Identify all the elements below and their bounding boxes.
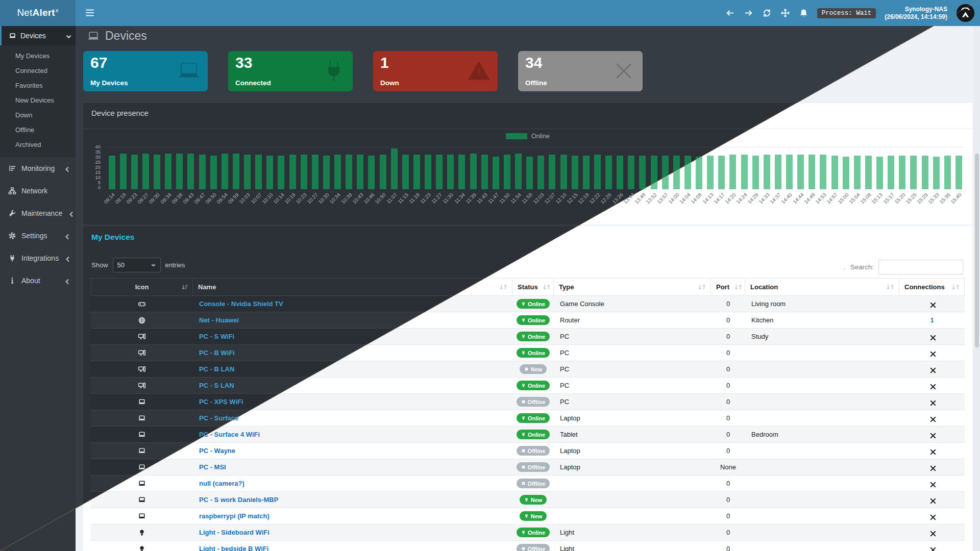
stat-card-down[interactable]: 1Down <box>373 51 498 91</box>
presence-bar[interactable] <box>752 156 759 189</box>
delete-connection-icon[interactable] <box>929 546 935 551</box>
presence-bar[interactable] <box>808 155 815 189</box>
presence-bar[interactable] <box>301 155 307 189</box>
presence-bar[interactable] <box>470 154 477 189</box>
app-logo[interactable]: NetAlertx <box>0 0 76 26</box>
presence-bar[interactable] <box>820 155 826 189</box>
presence-bar[interactable] <box>572 156 578 189</box>
presence-bar[interactable] <box>413 155 420 189</box>
sidebar-item-down[interactable]: Down <box>0 108 76 122</box>
column-header-connections[interactable]: Connections↓↑ <box>899 279 965 295</box>
sort-amount-icon[interactable] <box>181 284 188 291</box>
presence-bar[interactable] <box>109 156 115 189</box>
sidebar-item-settings[interactable]: Settings <box>0 224 76 247</box>
status-badge[interactable]: New <box>520 364 547 374</box>
delete-connection-icon[interactable] <box>929 350 935 356</box>
page-size-select[interactable]: 50 <box>113 258 161 272</box>
presence-bar[interactable] <box>797 155 804 189</box>
presence-bar[interactable] <box>741 155 748 189</box>
delete-connection-icon[interactable] <box>929 448 935 454</box>
presence-bar[interactable] <box>639 156 646 189</box>
status-badge[interactable]: Online <box>517 413 550 423</box>
stat-card-connected[interactable]: 33Connected <box>228 51 353 91</box>
status-badge[interactable]: New <box>520 495 547 505</box>
device-name-link[interactable]: PC - Surface 4 WiFi <box>199 431 260 438</box>
presence-bar[interactable] <box>944 156 951 189</box>
column-header-status[interactable]: Status↓↑ <box>512 279 554 295</box>
sort-arrows-icon[interactable]: ↓↑ <box>495 284 507 291</box>
forward-arrow-icon[interactable] <box>744 8 753 18</box>
presence-bar[interactable] <box>775 155 781 189</box>
sort-arrows-icon[interactable]: ↓↑ <box>881 284 894 291</box>
presence-bar[interactable] <box>888 156 894 189</box>
presence-bar[interactable] <box>165 154 172 189</box>
presence-bar[interactable] <box>854 156 861 189</box>
status-badge[interactable]: Online <box>517 430 550 439</box>
presence-bar[interactable] <box>662 156 669 189</box>
column-header-port[interactable]: Port↓↑ <box>711 279 745 295</box>
presence-bar[interactable] <box>154 155 160 189</box>
sidebar-item-maintenance[interactable]: Maintenance <box>0 202 76 224</box>
presence-bar[interactable] <box>549 155 555 189</box>
presence-bar[interactable] <box>312 155 318 189</box>
sort-arrows-icon[interactable]: ↓↑ <box>693 284 705 291</box>
presence-bar[interactable] <box>786 155 793 189</box>
presence-bar[interactable] <box>617 156 623 189</box>
presence-bar[interactable] <box>504 155 510 189</box>
presence-bar[interactable] <box>357 155 363 189</box>
presence-bar[interactable] <box>447 155 454 189</box>
presence-bar[interactable] <box>210 156 217 189</box>
device-name-link[interactable]: Console - Nvidia Shield TV <box>199 300 283 308</box>
sort-arrows-icon[interactable]: ↓↑ <box>947 284 959 291</box>
presence-bar[interactable] <box>436 155 443 189</box>
sidebar-item-devices[interactable]: Devices <box>0 26 76 45</box>
presence-bar[interactable] <box>425 155 431 189</box>
status-badge[interactable]: Online <box>517 332 550 341</box>
presence-bar[interactable] <box>380 155 386 189</box>
presence-bar[interactable] <box>696 157 702 189</box>
device-name-link[interactable]: raspberrypi (IP match) <box>199 512 270 520</box>
presence-bar[interactable] <box>266 156 273 189</box>
sidebar-item-archived[interactable]: Archived <box>0 137 76 152</box>
delete-connection-icon[interactable] <box>929 432 935 438</box>
device-name-link[interactable]: PC - B LAN <box>199 365 234 373</box>
presence-bar[interactable] <box>560 155 567 189</box>
status-badge[interactable]: Online <box>517 348 550 358</box>
sidebar-item-monitoring[interactable]: Monitoring <box>0 157 76 180</box>
presence-bar[interactable] <box>515 154 522 189</box>
presence-bar[interactable] <box>594 155 601 189</box>
column-header-location[interactable]: Location↓↑ <box>745 279 899 295</box>
status-badge[interactable]: Offline <box>517 446 550 456</box>
status-badge[interactable]: Online <box>517 299 550 309</box>
stat-card-offline[interactable]: 34Offline <box>518 51 643 91</box>
presence-bar[interactable] <box>537 156 544 189</box>
presence-bar[interactable] <box>764 155 770 189</box>
search-input[interactable] <box>878 260 963 274</box>
vertical-scrollbar[interactable] <box>974 26 980 551</box>
presence-bar[interactable] <box>458 155 465 189</box>
device-name-link[interactable]: PC - B WiFi <box>199 349 235 357</box>
device-name-link[interactable]: PC - MSI <box>199 463 226 471</box>
scrollbar-thumb[interactable] <box>975 154 979 347</box>
column-header-name[interactable]: Name↓↑ <box>193 279 512 295</box>
sidebar-item-offline[interactable]: Offline <box>0 122 76 137</box>
sidebar-item-favorites[interactable]: Favorites <box>0 78 76 93</box>
status-badge[interactable]: Offline <box>517 397 550 407</box>
sidebar-item-connected[interactable]: Connected <box>0 63 76 78</box>
presence-bar[interactable] <box>933 157 940 189</box>
presence-bar[interactable] <box>876 157 883 189</box>
status-badge[interactable]: Online <box>517 315 550 325</box>
presence-bar[interactable] <box>955 156 962 189</box>
sort-arrows-icon[interactable]: ↓↑ <box>538 284 550 291</box>
presence-bar[interactable] <box>199 155 206 189</box>
presence-bar[interactable] <box>922 156 928 189</box>
presence-bar[interactable] <box>176 154 183 189</box>
presence-bar[interactable] <box>187 154 194 189</box>
column-header-icon[interactable]: Icon <box>91 279 193 295</box>
device-name-link[interactable]: PC - S work Daniels-MBP <box>199 496 278 504</box>
refresh-icon[interactable] <box>762 8 772 18</box>
presence-bar[interactable] <box>684 156 691 189</box>
presence-bar[interactable] <box>323 156 330 189</box>
presence-bar[interactable] <box>718 156 725 189</box>
status-badge[interactable]: Online <box>517 528 550 537</box>
